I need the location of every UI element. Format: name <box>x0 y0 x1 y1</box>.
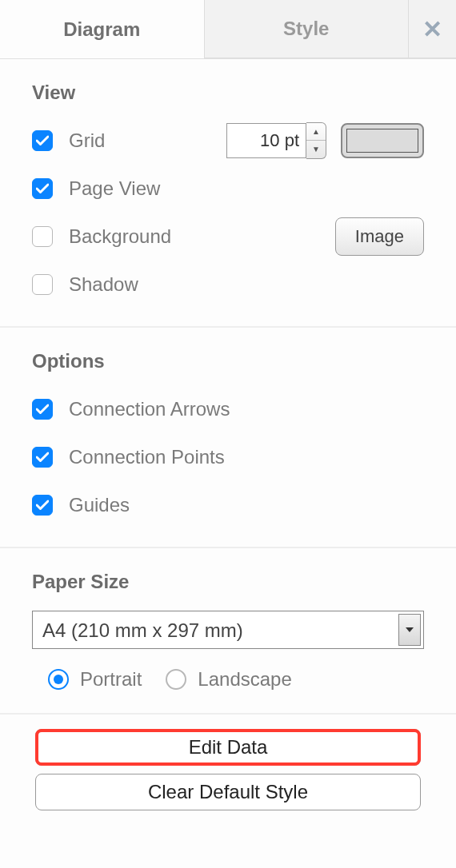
row-background: Background Image <box>32 217 424 256</box>
orientation-portrait[interactable]: Portrait <box>48 668 142 691</box>
row-connection-points: Connection Points <box>32 438 424 476</box>
section-options: Options Connection Arrows Connection Poi… <box>0 328 456 548</box>
grid-color-swatch[interactable] <box>341 123 424 158</box>
background-checkbox[interactable] <box>32 226 53 247</box>
paper-size-select-wrap: A4 (210 mm x 297 mm) <box>32 611 424 649</box>
page-view-label: Page View <box>69 177 160 200</box>
guides-checkbox[interactable] <box>32 495 53 516</box>
paper-size-select[interactable]: A4 (210 mm x 297 mm) <box>32 611 424 649</box>
portrait-label: Portrait <box>80 668 142 691</box>
landscape-radio[interactable] <box>166 669 186 690</box>
grid-checkbox[interactable] <box>32 130 53 151</box>
view-heading: View <box>32 82 424 104</box>
connection-points-checkbox[interactable] <box>32 447 53 468</box>
row-grid: Grid ▲ ▼ <box>32 121 424 160</box>
grid-step-up[interactable]: ▲ <box>306 123 326 141</box>
orientation-landscape[interactable]: Landscape <box>166 668 291 691</box>
grid-label: Grid <box>69 129 105 152</box>
connection-points-label: Connection Points <box>69 446 225 468</box>
paper-size-heading: Paper Size <box>32 571 424 593</box>
row-connection-arrows: Connection Arrows <box>32 390 424 428</box>
row-page-view: Page View <box>32 169 424 208</box>
grid-size-stepper: ▲ ▼ <box>306 122 326 159</box>
tab-style[interactable]: Style <box>204 0 409 58</box>
portrait-radio[interactable] <box>48 669 69 690</box>
page-view-checkbox[interactable] <box>32 178 53 199</box>
grid-size-control: ▲ ▼ <box>226 122 424 159</box>
connection-arrows-checkbox[interactable] <box>32 399 53 420</box>
orientation-group: Portrait Landscape <box>32 668 424 691</box>
tab-bar: Diagram Style ✕ <box>0 0 456 59</box>
grid-size-input[interactable] <box>226 123 306 158</box>
bottom-actions: Edit Data Clear Default Style <box>0 715 456 838</box>
grid-step-down[interactable]: ▼ <box>306 141 326 158</box>
close-panel-button[interactable]: ✕ <box>408 0 456 58</box>
guides-label: Guides <box>69 494 130 516</box>
landscape-label: Landscape <box>198 668 291 691</box>
shadow-label: Shadow <box>69 273 138 296</box>
row-guides: Guides <box>32 486 424 524</box>
tab-diagram[interactable]: Diagram <box>0 0 204 58</box>
section-paper-size: Paper Size A4 (210 mm x 297 mm) Portrait… <box>0 548 456 715</box>
clear-default-style-button[interactable]: Clear Default Style <box>35 774 421 810</box>
options-heading: Options <box>32 350 424 372</box>
close-icon: ✕ <box>422 15 442 43</box>
connection-arrows-label: Connection Arrows <box>69 398 230 420</box>
background-image-button[interactable]: Image <box>335 217 424 256</box>
background-label: Background <box>69 225 171 248</box>
shadow-checkbox[interactable] <box>32 274 53 295</box>
section-view: View Grid ▲ ▼ Page View Background Image <box>0 59 456 328</box>
edit-data-button[interactable]: Edit Data <box>35 729 421 766</box>
row-shadow: Shadow <box>32 265 424 304</box>
